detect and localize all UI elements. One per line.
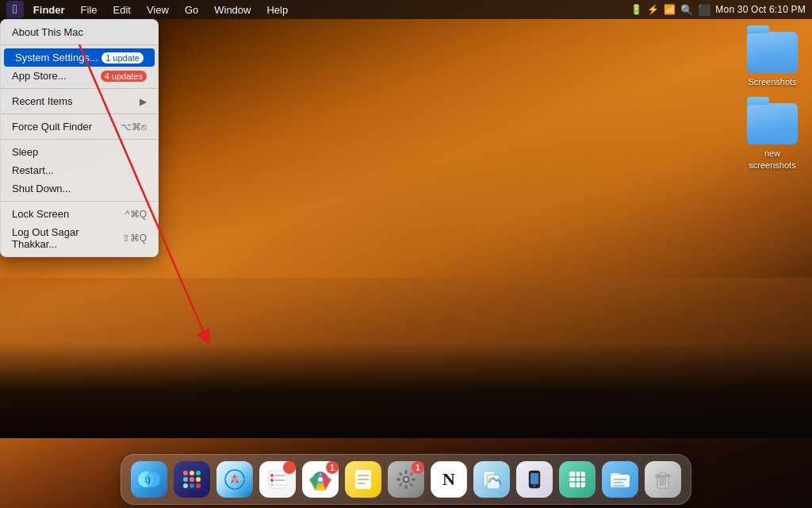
search-icon[interactable]: 🔍 bbox=[680, 4, 693, 16]
dock-trash-icon bbox=[645, 461, 681, 498]
menu-logout-label: Log Out Sagar Thakkar... bbox=[12, 226, 122, 250]
svg-point-7 bbox=[196, 471, 201, 475]
svg-rect-42 bbox=[409, 483, 414, 487]
svg-point-8 bbox=[183, 477, 188, 482]
menu-recent-items-label: Recent Items bbox=[12, 95, 73, 107]
menubar-finder[interactable]: Finder bbox=[27, 2, 71, 17]
apple-menu-button[interactable]:  bbox=[6, 1, 24, 18]
svg-rect-49 bbox=[530, 473, 538, 484]
desktop-icon-screenshots[interactable]: Screenshots bbox=[741, 32, 804, 87]
svg-rect-57 bbox=[611, 473, 620, 477]
new-screenshots-label: new screenshots bbox=[741, 148, 804, 171]
menu-force-quit[interactable]: Force Quit Finder ⌥⌘⎋ bbox=[1, 117, 158, 136]
menu-about-this-mac[interactable]: About This Mac bbox=[1, 23, 158, 41]
dock-item-reminders[interactable] bbox=[258, 460, 297, 499]
menu-restart[interactable]: Restart... bbox=[1, 161, 158, 179]
control-center-icon[interactable]: ⬛ bbox=[698, 4, 710, 16]
menu-app-store-label: App Store... bbox=[12, 70, 67, 82]
svg-point-47 bbox=[488, 478, 492, 481]
menubar-go[interactable]: Go bbox=[178, 2, 205, 17]
svg-rect-41 bbox=[398, 471, 403, 476]
force-quit-shortcut: ⌥⌘⎋ bbox=[121, 121, 147, 133]
dock-tables-icon bbox=[559, 461, 596, 498]
dock-item-chrome[interactable]: 1 bbox=[301, 460, 340, 499]
apple-menu-dropdown: About This Mac System Settings... 1 upda… bbox=[0, 19, 159, 257]
menu-lock-screen[interactable]: Lock Screen ^⌘Q bbox=[1, 205, 158, 223]
desktop:  Finder File Edit View Go Window Help 🔋… bbox=[0, 0, 812, 508]
dock-finder-icon: :) bbox=[131, 461, 167, 498]
menu-separator-2 bbox=[1, 88, 158, 89]
new-screenshots-folder-icon bbox=[747, 103, 798, 144]
dock-item-notes[interactable] bbox=[343, 460, 383, 499]
logout-shortcut: ⇧⌘Q bbox=[122, 233, 147, 244]
dock-safari-icon bbox=[216, 461, 253, 498]
svg-text::): :) bbox=[145, 475, 151, 484]
menu-about-label: About This Mac bbox=[12, 26, 83, 38]
svg-rect-51 bbox=[569, 471, 585, 487]
screenshots-folder-icon bbox=[747, 32, 798, 73]
menu-separator-4 bbox=[1, 139, 158, 140]
menu-logout[interactable]: Log Out Sagar Thakkar... ⇧⌘Q bbox=[1, 223, 158, 253]
dock-item-finder[interactable]: :) bbox=[129, 460, 169, 499]
settings-badge: 1 bbox=[412, 461, 424, 474]
svg-rect-39 bbox=[409, 471, 414, 476]
menubar-help[interactable]: Help bbox=[260, 2, 294, 17]
svg-rect-36 bbox=[405, 485, 408, 489]
recent-items-arrow: ▶ bbox=[140, 96, 147, 107]
svg-rect-40 bbox=[398, 483, 403, 487]
svg-point-44 bbox=[404, 478, 408, 482]
power-icon: ⚡ bbox=[647, 4, 659, 15]
menu-sleep-label: Sleep bbox=[12, 146, 38, 158]
menu-separator-1 bbox=[1, 44, 158, 45]
dock-item-safari[interactable] bbox=[215, 460, 255, 499]
svg-rect-63 bbox=[660, 472, 666, 475]
dock-item-notion[interactable]: N bbox=[429, 460, 469, 499]
svg-point-12 bbox=[190, 483, 194, 488]
menu-separator-3 bbox=[1, 114, 158, 114]
chrome-badge: 1 bbox=[326, 461, 339, 474]
lock-screen-shortcut: ^⌘Q bbox=[125, 209, 147, 220]
menu-sleep[interactable]: Sleep bbox=[1, 143, 158, 161]
menu-system-settings[interactable]: System Settings... 1 update bbox=[4, 48, 155, 67]
dock-item-launchpad[interactable] bbox=[172, 460, 212, 499]
datetime-display: Mon 30 Oct 6:10 PM bbox=[715, 4, 806, 15]
menubar-window[interactable]: Window bbox=[208, 2, 257, 17]
dock-notes-icon bbox=[345, 461, 381, 498]
menubar-file[interactable]: File bbox=[75, 2, 104, 17]
menubar:  Finder File Edit View Go Window Help 🔋… bbox=[0, 0, 812, 19]
menu-recent-items[interactable]: Recent Items ▶ bbox=[1, 92, 158, 110]
dock-files-icon bbox=[602, 461, 638, 498]
svg-point-50 bbox=[534, 485, 536, 487]
battery-icon: 🔋 bbox=[630, 4, 642, 15]
dock-preview-icon bbox=[473, 461, 510, 498]
svg-point-5 bbox=[183, 471, 188, 475]
menu-force-quit-label: Force Quit Finder bbox=[12, 121, 92, 133]
menu-shutdown-label: Shut Down... bbox=[12, 183, 71, 194]
dock-item-preview[interactable] bbox=[472, 460, 511, 499]
desktop-icons: Screenshots new screenshots bbox=[741, 32, 804, 171]
dock-notion-icon: N bbox=[431, 461, 467, 498]
menu-restart-label: Restart... bbox=[12, 164, 54, 176]
menu-shutdown[interactable]: Shut Down... bbox=[1, 179, 158, 198]
menubar-edit[interactable]: Edit bbox=[107, 2, 137, 17]
dock-generic-icon bbox=[516, 461, 553, 498]
svg-point-20 bbox=[270, 474, 274, 477]
menu-app-store[interactable]: App Store... 4 updates bbox=[1, 67, 158, 85]
dock: :) bbox=[121, 454, 691, 505]
dock-item-system-settings[interactable]: 1 bbox=[386, 460, 426, 499]
dock-item-generic[interactable] bbox=[515, 460, 554, 499]
screenshots-label: Screenshots bbox=[748, 76, 796, 87]
svg-point-24 bbox=[270, 483, 274, 487]
dock-launchpad-icon bbox=[174, 461, 210, 498]
svg-point-6 bbox=[190, 471, 194, 475]
svg-point-13 bbox=[196, 483, 201, 488]
dock-item-files[interactable] bbox=[600, 460, 640, 499]
svg-point-10 bbox=[196, 477, 201, 482]
menu-lock-screen-label: Lock Screen bbox=[12, 208, 69, 220]
desktop-icon-new-screenshots[interactable]: new screenshots bbox=[741, 103, 804, 171]
menubar-left:  Finder File Edit View Go Window Help bbox=[6, 1, 294, 18]
svg-rect-35 bbox=[405, 470, 408, 474]
menubar-view[interactable]: View bbox=[140, 2, 175, 17]
dock-item-trash[interactable] bbox=[643, 460, 683, 499]
dock-item-tables[interactable] bbox=[557, 460, 597, 499]
